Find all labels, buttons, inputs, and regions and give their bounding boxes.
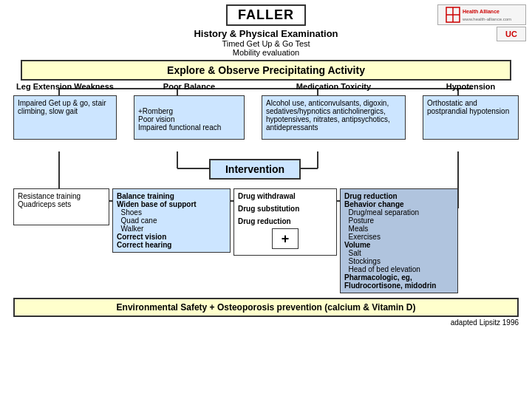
bottom-col-drug-reduction: Drug reduction Behavior change Drug/meal… [340, 188, 458, 293]
subtitle3: Mobility evaluation [102, 48, 430, 57]
title-block: FALLER History & Physical Examination Ti… [102, 4, 430, 57]
bottom-section: Resistance training Quadriceps sets Bala… [13, 188, 519, 293]
faller-title: FALLER [226, 4, 306, 26]
bottom-col-drugs: Drug withdrawal Drug substitution Drug r… [233, 188, 337, 293]
dr-item7: Volume [344, 241, 454, 249]
drug-item3: Drug reduction [238, 217, 332, 225]
col4-label: Hypotension [446, 82, 496, 92]
explore-box: Explore & Observe Precipitating Activity [21, 60, 511, 81]
dr-item1: Drug reduction [344, 192, 454, 200]
four-columns: Leg Extension Weakness Impaired Get up &… [13, 82, 519, 140]
balance-item7: Correct hearing [117, 241, 226, 249]
col3-label: Medication Toxicity [296, 82, 371, 92]
balance-item4: Quad cane [117, 216, 226, 225]
drug-item1: Drug withdrawal [238, 192, 332, 200]
col-poor-balance: Poor Balance +Romberg Poor vision Impair… [134, 82, 245, 140]
dr-item6: Exercises [344, 233, 454, 241]
uc-logo: UC [497, 27, 526, 41]
page-wrapper: FALLER History & Physical Examination Ti… [0, 0, 532, 399]
bottom-col-balance: Balance training Widen base of support S… [112, 188, 231, 293]
plus-sign: + [272, 228, 299, 249]
col4-box: Orthostatic and postprandial hypotension [423, 95, 519, 140]
adapted-text: adapted Lipsitz 1996 [6, 318, 519, 327]
dr-item10: Head of bed elevation [344, 265, 454, 273]
dr-item4: Posture [344, 216, 454, 225]
col-hypotension: Hypotension Orthostatic and postprandial… [423, 82, 519, 140]
bottom-col-resistance: Resistance training Quadriceps sets [13, 188, 109, 293]
balance-box: Balance training Widen base of support S… [112, 188, 231, 253]
svg-text:www.health-alliance.com: www.health-alliance.com [462, 17, 511, 21]
intervention-box: Intervention [209, 159, 301, 180]
dr-item3: Drug/meal separation [344, 208, 454, 216]
col1-box: Impaired Get up & go, stair climbing, sl… [13, 95, 117, 140]
col2-label: Poor Balance [163, 82, 215, 92]
logos-area: Health Alliance www.health-alliance.com … [430, 4, 526, 41]
dr-item11: Pharmacologic, eg, [344, 273, 454, 282]
subtitle1: History & Physical Examination [102, 28, 430, 39]
balance-item5: Walker [117, 225, 226, 233]
resistance-box: Resistance training Quadriceps sets [13, 188, 109, 225]
dr-item9: Stockings [344, 257, 454, 265]
balance-item3: Shoes [117, 208, 226, 216]
dr-item5: Meals [344, 225, 454, 233]
resistance-item2: Quadriceps sets [18, 200, 105, 208]
svg-text:Health Alliance: Health Alliance [463, 9, 499, 14]
balance-item2: Widen base of support [117, 200, 226, 208]
drug-item2: Drug substitution [238, 205, 332, 213]
col3-box: Alcohol use, anticonvulsants, digoxin, s… [262, 95, 406, 140]
resistance-item1: Resistance training [18, 192, 105, 200]
intervention-row: Intervention [6, 159, 526, 180]
balance-item6: Correct vision [117, 233, 226, 241]
subtitle2: Timed Get Up & Go Test [102, 39, 430, 48]
col1-label: Leg Extension Weakness [16, 82, 114, 92]
drug-reduction-box: Drug reduction Behavior change Drug/meal… [340, 188, 458, 293]
health-alliance-logo: Health Alliance www.health-alliance.com [437, 4, 526, 25]
dr-item2: Behavior change [344, 200, 454, 208]
header-area: FALLER History & Physical Examination Ti… [6, 4, 526, 57]
drugs-box: Drug withdrawal Drug substitution Drug r… [233, 188, 337, 256]
dr-item12: Fludrocortisone, midodrin [344, 282, 454, 290]
col2-box: +Romberg Poor vision Impaired functional… [134, 95, 245, 140]
env-box: Environmental Safety + Osteoporosis prev… [13, 298, 519, 317]
col-leg-extension: Leg Extension Weakness Impaired Get up &… [13, 82, 117, 140]
dr-item8: Salt [344, 249, 454, 257]
balance-item1: Balance training [117, 192, 226, 200]
col-medication-toxicity: Medication Toxicity Alcohol use, anticon… [262, 82, 406, 140]
